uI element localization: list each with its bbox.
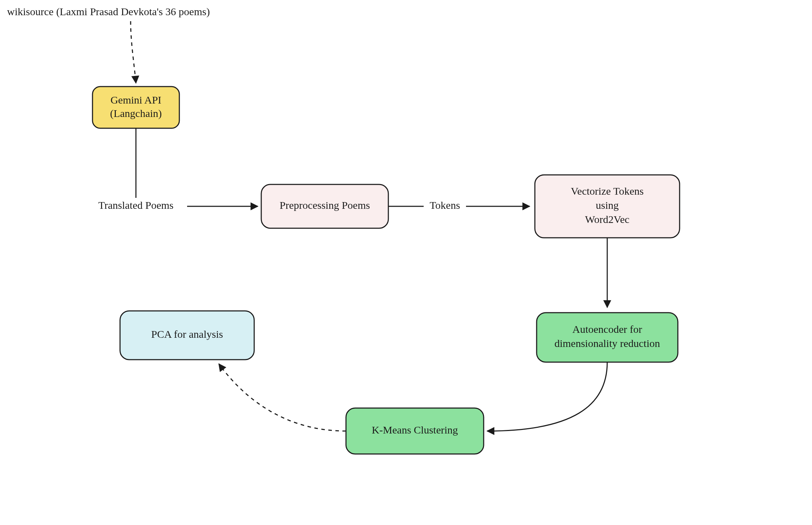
node-kmeans: K-Means Clustering <box>346 408 484 454</box>
edge-autoencoder-to-kmeans <box>487 362 607 431</box>
pipeline-diagram: wikisource (Laxmi Prasad Devkota's 36 po… <box>0 0 812 525</box>
node-autoencoder-line1: Autoencoder for <box>572 323 642 335</box>
node-vectorize-line3: Word2Vec <box>585 213 629 225</box>
source-label: wikisource (Laxmi Prasad Devkota's 36 po… <box>7 6 210 18</box>
edge-source-to-gemini <box>131 21 136 83</box>
node-vectorize-line2: using <box>596 199 619 211</box>
node-preprocessing-label: Preprocessing Poems <box>280 199 370 211</box>
node-gemini-line2: (Langchain) <box>110 107 162 119</box>
node-gemini-line1: Gemini API <box>111 94 161 106</box>
node-gemini: Gemini API (Langchain) <box>92 87 179 128</box>
edge-translated-label: Translated Poems <box>98 199 173 211</box>
node-preprocessing: Preprocessing Poems <box>261 184 388 228</box>
node-autoencoder-line2: dimensionality reduction <box>554 337 660 349</box>
edge-tokens-label: Tokens <box>430 199 460 211</box>
node-autoencoder: Autoencoder for dimensionality reduction <box>537 313 678 362</box>
node-vectorize-line1: Vectorize Tokens <box>571 185 644 197</box>
node-pca: PCA for analysis <box>120 311 254 360</box>
node-kmeans-label: K-Means Clustering <box>372 424 458 436</box>
node-vectorize: Vectorize Tokens using Word2Vec <box>535 175 680 238</box>
edge-kmeans-to-pca <box>219 364 346 431</box>
node-pca-label: PCA for analysis <box>151 328 223 340</box>
